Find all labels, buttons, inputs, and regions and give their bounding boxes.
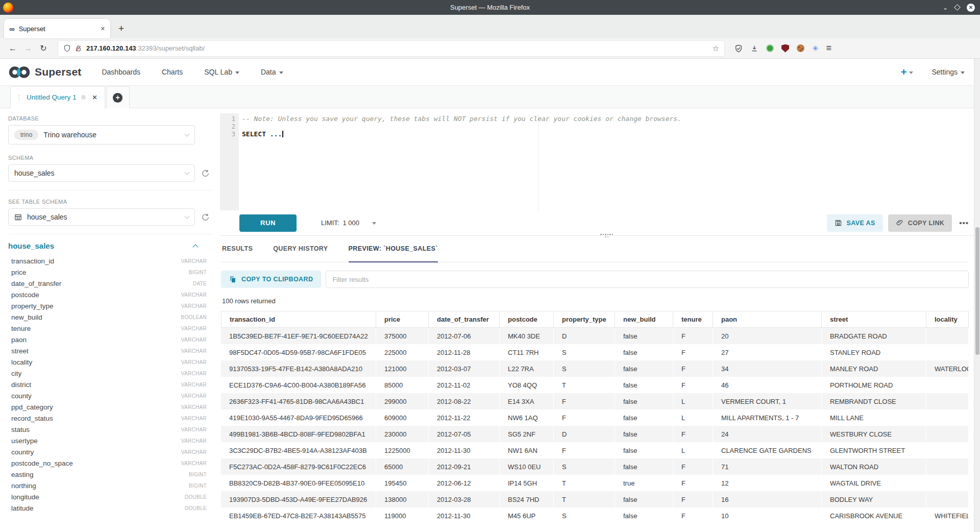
schema-column-property-type[interactable]: property_typeVARCHAR [8,300,212,311]
window-scrollbar[interactable] [974,59,980,532]
schema-table-name[interactable]: house_sales [8,241,193,250]
schema-column-status[interactable]: statusVARCHAR [8,424,212,435]
insecure-lock-icon[interactable] [75,44,82,52]
limit-dropdown[interactable]: LIMIT: 1 000 [321,219,376,227]
scrollbar-thumb[interactable] [975,227,979,355]
extension-asterisk-icon[interactable]: ✳ [812,44,819,53]
column-header-transaction-id[interactable]: transaction_id [221,311,376,328]
tracking-shield-icon[interactable] [63,44,71,52]
schema-column-county[interactable]: countyVARCHAR [8,390,212,401]
schema-column-city[interactable]: cityVARCHAR [8,368,212,379]
results-tab-preview-house-sales[interactable]: PREVIEW: `HOUSE_SALES` [349,236,438,262]
browser-tab-close-icon[interactable]: ✕ [101,26,105,32]
collapse-chevron-up-icon[interactable] [192,244,198,250]
reload-icon[interactable]: ↻ [36,43,51,53]
query-tab-close-icon[interactable]: ✕ [92,94,97,101]
cell [926,458,969,475]
schema-column-record-status[interactable]: record_statusVARCHAR [8,413,212,424]
filter-results-input[interactable] [326,271,969,288]
more-actions-button[interactable]: ••• [959,219,969,227]
results-tab-results[interactable]: RESULTS [222,236,253,262]
schema-column-price[interactable]: priceBIGINT [8,267,212,278]
column-header-postcode[interactable]: postcode [500,311,554,328]
extension-green-icon[interactable] [766,44,774,52]
nav-item-data[interactable]: Data [261,68,283,76]
url-bar[interactable]: 217.160.120.143:32393/superset/sqllab/ ☆ [58,41,724,56]
column-name: record_status [11,415,181,422]
cell: F [673,377,713,393]
nav-item-sql-lab[interactable]: SQL Lab [204,68,239,76]
superset-brand[interactable]: Superset [8,65,81,79]
shield-check-icon[interactable] [734,44,743,53]
schema-column-new-build[interactable]: new_buildBOOLEAN [8,311,212,323]
menu-icon[interactable]: ≡ [826,43,832,54]
copy-to-clipboard-button[interactable]: COPY TO CLIPBOARD [221,271,321,288]
database-select[interactable]: trino Trino warehouse [8,125,195,144]
schema-column-paon[interactable]: paonVARCHAR [8,334,212,345]
schema-column-transaction-id[interactable]: transaction_idVARCHAR [8,255,212,267]
schema-column-easting[interactable]: eastingBIGINT [8,469,212,480]
schema-column-locality[interactable]: localityVARCHAR [8,356,212,368]
column-type: VARCHAR [181,393,207,399]
bookmark-star-icon[interactable]: ☆ [713,44,719,53]
table-select[interactable]: house_sales [8,208,195,226]
refresh-schema-icon[interactable] [201,169,210,178]
schema-column-district[interactable]: districtVARCHAR [8,379,212,390]
refresh-table-icon[interactable] [201,213,210,222]
column-header-street[interactable]: street [822,311,926,328]
cookie-extension-icon[interactable] [797,44,804,52]
column-header-date-of-transfer[interactable]: date_of_transfer [429,311,500,328]
add-query-tab-button[interactable]: + [106,86,130,108]
settings-menu[interactable]: Settings [932,68,965,76]
schema-column-postcode-no-space[interactable]: postcode_no_spaceVARCHAR [8,457,212,469]
schema-column-postcode[interactable]: postcodeVARCHAR [8,289,212,300]
window-maximize-icon[interactable] [954,4,961,11]
table-row: 419E1030-9A55-4467-8DA9-9FED95D659666090… [221,409,969,426]
sql-editor[interactable]: 123 -- Note: Unless you save your query,… [220,113,980,210]
schema-column-latitude[interactable]: latitudeDOUBLE [8,502,212,514]
save-as-button[interactable]: SAVE AS [827,214,883,232]
schema-column-date-of-transfer[interactable]: date_of_transferDATE [8,278,212,289]
drag-handle-icon[interactable]: ⋮ [16,93,22,101]
copy-link-button[interactable]: COPY LINK [888,214,952,232]
results-tab-query-history[interactable]: QUERY HISTORY [273,236,328,262]
add-new-button[interactable]: + [901,66,914,78]
download-icon[interactable] [750,44,758,53]
code-line-2 [242,123,980,130]
column-header-price[interactable]: price [376,311,429,328]
column-header-new-build[interactable]: new_build [615,311,673,328]
run-button[interactable]: RUN [239,214,297,232]
pane-resize-handle[interactable] [600,233,614,238]
column-header-property-type[interactable]: property_type [554,311,615,328]
cell: L22 7RA [500,360,554,377]
cell: false [615,328,673,344]
column-header-paon[interactable]: paon [713,311,822,328]
cell: 71 [713,458,822,475]
schema-column-street[interactable]: streetVARCHAR [8,345,212,356]
schema-column-tenure[interactable]: tenureVARCHAR [8,323,212,334]
back-icon[interactable]: ← [5,44,20,53]
editor-code-area[interactable]: -- Note: Unless you save your query, the… [239,113,980,210]
cell: 2012-03-28 [429,491,500,507]
schema-column-ppd-category[interactable]: ppd_categoryVARCHAR [8,401,212,413]
window-close-icon[interactable]: ✕ [967,4,975,12]
query-tab[interactable]: ⋮ Untitled Query 1 ✕ [10,86,105,108]
new-browser-tab-button[interactable]: + [118,23,124,34]
cell: NW1 6AN [500,442,554,458]
schema-select[interactable]: house_sales [8,164,195,182]
schema-column-usertype[interactable]: usertypeVARCHAR [8,435,212,446]
schema-column-longitude[interactable]: longitudeDOUBLE [8,491,212,502]
schema-column-northing[interactable]: northingBIGINT [8,480,212,491]
nav-item-dashboards[interactable]: Dashboards [102,68,140,76]
cell: IP14 5GH [500,475,554,491]
cell: 2012-11-30 [429,442,500,458]
window-minimize-icon[interactable]: ⌄ [943,5,948,11]
schema-column-country[interactable]: countryVARCHAR [8,446,212,457]
cell: F [673,344,713,360]
browser-tab[interactable]: ∞ Superset ✕ [4,19,110,38]
nav-item-charts[interactable]: Charts [162,68,183,76]
column-header-tenure[interactable]: tenure [673,311,713,328]
ublock-icon[interactable] [781,44,789,53]
cell: 46 [713,377,822,393]
column-header-locality[interactable]: locality [926,311,969,328]
